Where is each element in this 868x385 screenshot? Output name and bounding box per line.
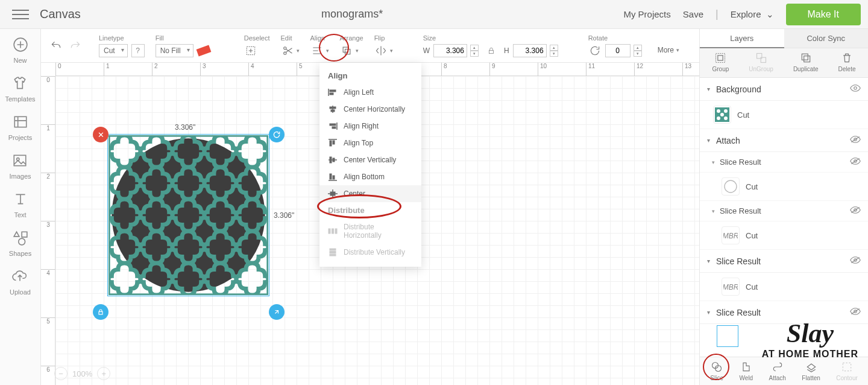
align-bottom-item[interactable]: Align Bottom [319, 168, 421, 185]
align-bottom-icon [328, 173, 338, 181]
align-dropdown[interactable] [310, 44, 329, 57]
caret-down-icon: ▾ [712, 159, 715, 165]
group-button[interactable]: Group [712, 52, 729, 72]
attach-button[interactable]: Attach [769, 361, 786, 381]
delete-handle[interactable]: ✕ [93, 127, 108, 142]
leftrail-label: Projects [8, 134, 33, 141]
leftrail-images[interactable]: Images [9, 152, 31, 180]
center-horizontally-item[interactable]: Center Horizontally [319, 101, 421, 118]
leftrail-text[interactable]: Text [12, 191, 29, 218]
delete-button[interactable]: Delete [838, 52, 856, 72]
ruler-tick: 0 [41, 76, 55, 83]
linetype-select[interactable]: Cut [99, 44, 128, 57]
contour-button: Contour [836, 361, 858, 381]
app-title: Canvas [40, 7, 81, 21]
header-divider: | [715, 8, 719, 21]
arrange-dropdown[interactable] [340, 44, 359, 57]
deselect-button[interactable] [244, 44, 257, 57]
fill-color-swatch[interactable] [197, 44, 210, 57]
resize-handle[interactable] [269, 304, 285, 320]
layer-subgroup[interactable]: ▾ Slice Result [700, 201, 868, 221]
center-v-icon [328, 156, 338, 164]
zoom-in-button[interactable]: + [97, 367, 110, 380]
document-title[interactable]: monograms* [81, 8, 624, 21]
align-top-icon [328, 139, 338, 147]
width-letter: W [423, 46, 430, 55]
ruler-tick: 5 [297, 63, 303, 76]
layer-group-header[interactable]: ▾ Background [700, 78, 868, 101]
align-left-item[interactable]: Align Left [319, 84, 421, 101]
svg-point-42 [717, 109, 720, 113]
more-dropdown[interactable]: More [658, 46, 679, 54]
layer-group-header[interactable]: ▾ Attach [700, 129, 868, 152]
zoom-out-button[interactable]: − [54, 367, 68, 380]
text-icon [12, 191, 29, 208]
layer-group-header[interactable]: ▾ Slice Result [700, 250, 868, 273]
tab-layers[interactable]: Layers [700, 29, 784, 48]
selection-box[interactable] [107, 134, 269, 296]
svg-rect-11 [330, 93, 333, 95]
projects-icon [12, 113, 29, 130]
lock-handle[interactable] [93, 304, 108, 320]
visibility-off-icon[interactable] [850, 206, 861, 216]
flip-dropdown[interactable] [374, 44, 393, 57]
leftrail-projects[interactable]: Projects [8, 113, 33, 141]
explore-dropdown[interactable]: Explore ⌄ [731, 9, 774, 20]
visibility-off-icon[interactable] [850, 157, 861, 167]
menu-icon[interactable] [12, 6, 29, 23]
layer-item[interactable]: Cut [700, 173, 868, 201]
linetype-help-button[interactable]: ? [131, 44, 145, 57]
flatten-button[interactable]: Flatten [802, 361, 820, 381]
layer-item[interactable]: Cut [700, 101, 868, 129]
visibility-off-icon[interactable] [850, 256, 861, 266]
layer-thumb-monogram: MBR [722, 278, 740, 296]
leftrail-label: Templates [5, 95, 35, 103]
right-panel: Layers Color Sync Group UnGroup Duplicat… [699, 29, 868, 385]
lock-aspect-icon[interactable] [485, 44, 498, 57]
layer-group-header[interactable]: ▾ Slice Result [700, 301, 868, 324]
save-link[interactable]: Save [683, 9, 703, 19]
svg-rect-23 [329, 229, 330, 234]
svg-rect-12 [330, 107, 336, 109]
my-projects-link[interactable]: My Projects [623, 9, 670, 19]
align-left-icon [328, 88, 338, 97]
rotate-stepper[interactable]: ▴▾ [634, 45, 642, 57]
center-item[interactable]: Center [319, 185, 421, 202]
fill-select[interactable]: No Fill [156, 44, 193, 57]
size-group: Size W ▴▾ H ▴▾ [423, 34, 558, 57]
edit-dropdown[interactable] [281, 44, 300, 57]
layer-item[interactable]: MBR Cut [700, 221, 868, 250]
shapes-icon [12, 229, 29, 246]
leftrail-templates[interactable]: Templates [5, 75, 35, 103]
visibility-off-icon[interactable] [850, 135, 861, 145]
align-top-item[interactable]: Align Top [319, 135, 421, 151]
leftrail-new[interactable]: New [12, 36, 29, 64]
visibility-eye-icon[interactable] [850, 84, 861, 94]
width-input[interactable] [433, 44, 467, 57]
layer-group-sliceresult-2: ▾ Slice Result [700, 301, 868, 324]
svg-rect-13 [331, 110, 335, 112]
weld-button[interactable]: Weld [740, 361, 753, 381]
layer-item[interactable]: MBR Cut [700, 273, 868, 301]
redo-icon[interactable] [69, 39, 82, 52]
rotate-input[interactable] [605, 44, 631, 57]
make-it-button[interactable]: Make It [786, 4, 861, 25]
leftrail-upload[interactable]: Upload [10, 268, 31, 296]
svg-text:MBR: MBR [723, 232, 738, 240]
svg-rect-7 [343, 47, 348, 52]
undo-icon[interactable] [49, 39, 63, 52]
width-stepper[interactable]: ▴▾ [470, 45, 479, 57]
visibility-off-icon[interactable] [850, 307, 861, 317]
height-stepper[interactable]: ▴▾ [550, 45, 558, 57]
duplicate-button[interactable]: Duplicate [793, 52, 819, 72]
rotate-handle[interactable] [269, 127, 285, 142]
svg-rect-10 [330, 90, 336, 92]
center-vertically-item[interactable]: Center Vertically [319, 151, 421, 168]
height-input[interactable] [513, 44, 547, 57]
leftrail-shapes[interactable]: Shapes [9, 229, 31, 257]
layer-subgroup[interactable]: ▾ Slice Result [700, 152, 868, 173]
tab-colorsync[interactable]: Color Sync [784, 29, 869, 48]
align-right-item[interactable]: Align Right [319, 118, 421, 135]
toolbar: Linetype Cut ? Fill No Fill Deselect [41, 29, 699, 63]
slice-button[interactable]: Slice [710, 361, 723, 381]
